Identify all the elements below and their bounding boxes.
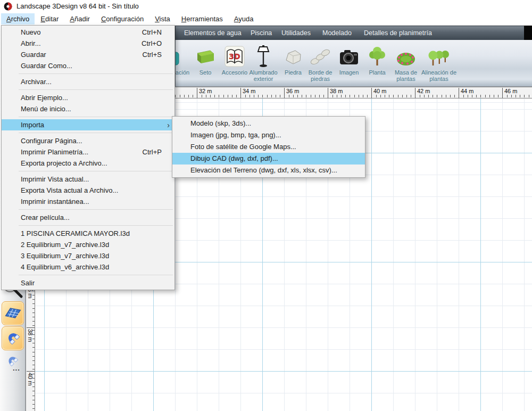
menu-separator [19, 89, 173, 90]
menu-separator [19, 117, 173, 117]
menubar-item-editar[interactable]: Editar [35, 13, 64, 24]
tab-elementos-de-agua[interactable]: Elementos de agua [184, 26, 242, 40]
menubar-item-herramientas[interactable]: Herramientas [176, 13, 228, 24]
menubar-label: onfiguración [106, 15, 144, 23]
tab-detalles-de-planimetria[interactable]: Detalles de planimetría [364, 26, 432, 40]
menu-item-imprimir-planimetria[interactable]: Imprimir Planimetría...Ctrl+P [2, 146, 174, 158]
menu-separator [19, 275, 173, 275]
submenu-item-elevacion-terreno[interactable]: Elevación del Terreno (dwg, dxf, xls, xl… [172, 165, 365, 176]
3d-book-icon: 3D [223, 44, 246, 68]
menu-item-nuevo[interactable]: NuevoCtrl+N [2, 27, 174, 38]
more-tools-dots[interactable]: ... [13, 366, 20, 371]
menu-item-label: Salir [21, 279, 35, 287]
menu-item-salir[interactable]: Salir [2, 277, 174, 289]
menubar-label: H [181, 15, 186, 23]
hedge-icon [195, 44, 216, 68]
submenu-item-imagen[interactable]: Imagen (jpg, bmp, tga, png)... [172, 129, 365, 141]
h-ruler-label: 40 m [371, 88, 386, 98]
menubar-item-anadir[interactable]: Añadir [64, 13, 95, 24]
menu-item-label: Abrir Ejemplo... [21, 94, 68, 102]
menu-item-label: Crear película... [21, 213, 70, 221]
menubar-label: ditar [45, 15, 59, 23]
menu-item-label: Imprimir Vista actual... [21, 175, 89, 183]
menubar-item-ayuda[interactable]: Ayuda [229, 13, 259, 24]
import-submenu: Modelo (skp, 3ds)... Imagen (jpg, bmp, t… [172, 116, 365, 178]
submenu-arrow-icon: › [167, 121, 170, 129]
submenu-item-dibujo-cad[interactable]: Dibujo CAD (dwg, dxf, pdf)... [172, 153, 365, 165]
menu-item-abrir-ejemplo[interactable]: Abrir Ejemplo... [2, 92, 174, 103]
menu-item-recent-1[interactable]: 1 PISCINA CERAMICA MAYOR.l3d [2, 228, 174, 239]
menu-shortcut: Ctrl+N [142, 28, 162, 36]
menu-item-label: Exporta projecto a Archivo... [21, 159, 107, 167]
v-ruler-label: 40 m [27, 373, 34, 385]
menu-item-recent-2[interactable]: 2 Equilibrium_v7_archive.l3d [2, 239, 174, 250]
menu-item-recent-3[interactable]: 3 Equilibrium_v7_archive.l3d [2, 250, 174, 261]
h-ruler-label: 36 m [284, 88, 299, 98]
toolbar-item-alineacion-de-plantas[interactable]: Alineación de plantas [419, 44, 459, 82]
menu-item-label: Nuevo [21, 28, 41, 36]
submenu-item-modelo[interactable]: Modelo (skp, 3ds)... [172, 118, 365, 129]
v-ruler-tick [27, 327, 35, 328]
menu-item-label: Abrir... [21, 39, 41, 47]
menu-item-guardar-como[interactable]: Guardar Como... [2, 60, 174, 71]
menubar-label: A [70, 15, 74, 23]
menubar-label: rchivo [11, 15, 30, 23]
menu-item-label: 2 Equilibrium_v7_archive.l3d [21, 241, 109, 249]
menu-item-label: Exporta Vista actual a Archivo... [21, 186, 118, 194]
h-ruler-label: 38 m [328, 88, 343, 98]
menu-item-label: Guardar Como... [21, 62, 72, 70]
menu-item-label: Configurar Página... [21, 137, 82, 145]
menu-item-label: Archivar... [21, 78, 52, 86]
menu-item-label: Imprimir Planimetría... [21, 148, 88, 156]
menu-item-label: Importa [21, 121, 44, 129]
menu-item-exporta-vista-actual[interactable]: Exporta Vista actual a Archivo... [2, 185, 174, 196]
menu-item-imprimir-instantanea[interactable]: Imprimir instantánea... [2, 196, 174, 207]
menu-bar: Archivo Editar Añadir Configuración Vist… [0, 12, 532, 25]
menubar-item-vista[interactable]: Vista [149, 13, 176, 24]
menu-shortcut: Ctrl+S [143, 51, 162, 59]
menubar-label: yuda [238, 15, 253, 23]
menu-item-menu-de-inicio[interactable]: Menú de inicio... [2, 103, 174, 114]
h-ruler-label: 44 m [459, 88, 473, 98]
h-ruler-label: 42 m [415, 88, 430, 98]
menubar-label: ista [160, 15, 170, 23]
menu-item-configurar-pagina[interactable]: Configurar Página... [2, 135, 174, 146]
menubar-item-archivo[interactable]: Archivo [1, 13, 35, 24]
menubar-label: V [155, 15, 159, 23]
h-ruler-label: 34 m [240, 88, 255, 98]
menu-shortcut: Ctrl+O [142, 39, 162, 47]
file-menu-dropdown: NuevoCtrl+N Abrir...Ctrl+O GuardarCtrl+S… [1, 25, 175, 290]
magnet-button[interactable] [2, 326, 24, 350]
tab-utilidades[interactable]: Utilidades [281, 26, 311, 40]
menu-item-recent-4[interactable]: 4 Equilibrium_v6_archive.l3d [2, 261, 174, 273]
menu-item-archivar[interactable]: Archivar... [2, 76, 174, 87]
solar-panel-icon [3, 303, 22, 324]
h-ruler-label: 46 m [502, 88, 517, 98]
tab-piscina[interactable]: Piscina [251, 26, 272, 40]
v-ruler-tick [27, 371, 35, 372]
menu-item-crear-pelicula[interactable]: Crear película... [2, 212, 174, 223]
menu-item-label: 1 PISCINA CERAMICA MAYOR.l3d [21, 229, 130, 237]
plant-row-icon [427, 44, 451, 68]
ribbon-tab-bar: Elementos de agua Piscina Utilidades Mod… [175, 26, 532, 40]
menu-separator [19, 73, 173, 74]
menu-item-importa[interactable]: Importa› [2, 119, 174, 130]
submenu-item-foto-satelite[interactable]: Foto de satélite de Google Maps... [172, 141, 365, 153]
ribbon-toolbar: ación Seto 3D Accesorio [175, 40, 532, 87]
menu-item-exporta-projecto[interactable]: Exporta projecto a Archivo... [2, 158, 174, 169]
tree-icon [367, 44, 388, 68]
menubar-item-configuracion[interactable]: Configuración [96, 13, 149, 24]
menubar-label: ñadir [74, 15, 90, 23]
application-window: 32 m 34 m 36 m 38 m 40 m 42 m 44 m 46 m … [0, 0, 532, 411]
menu-item-label: Guardar [21, 51, 46, 59]
svg-text:3D: 3D [229, 52, 240, 61]
menu-separator [19, 171, 173, 171]
menu-item-imprimir-vista-actual[interactable]: Imprimir Vista actual... [2, 174, 174, 185]
menu-item-guardar[interactable]: GuardarCtrl+S [2, 49, 174, 60]
app-logo-icon [4, 2, 12, 11]
menu-separator [19, 133, 173, 133]
tab-modelado[interactable]: Modelado [322, 26, 352, 40]
street-lamp-icon [254, 44, 273, 68]
solar-panel-button[interactable] [2, 301, 24, 325]
menu-item-abrir[interactable]: Abrir...Ctrl+O [2, 38, 174, 49]
